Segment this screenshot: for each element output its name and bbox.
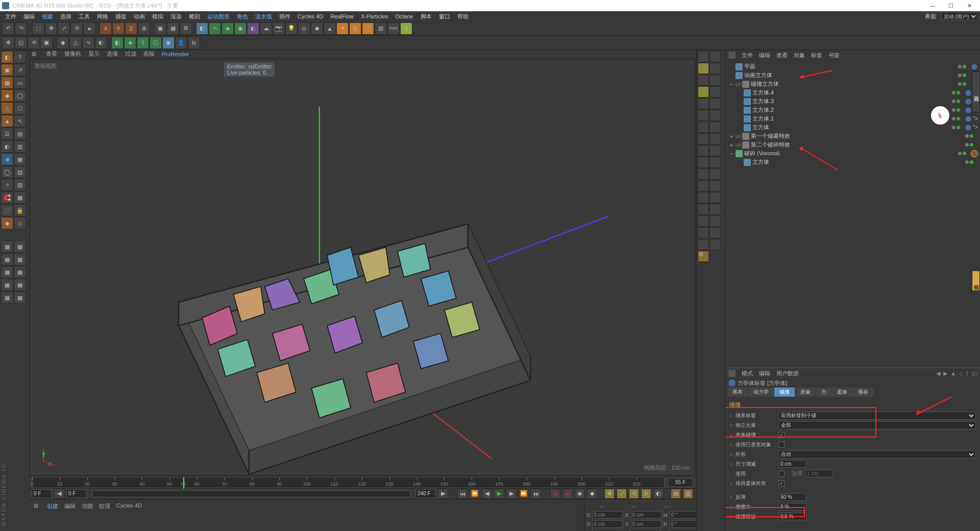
bt-create[interactable]: 创建 [47,502,58,510]
rt-32[interactable] [709,227,721,238]
menu-mograph[interactable]: 运动图形 [204,12,233,21]
play[interactable]: ▶ [494,489,504,499]
menu-tools[interactable]: 工具 [76,12,93,21]
lt-cursor[interactable]: ↖ [14,115,26,127]
tool-c[interactable]: ▲ [324,22,336,35]
rt-gear[interactable]: ⚙ [698,251,709,262]
lt-g3[interactable]: ▦ [1,253,13,266]
lt-obj[interactable]: ▣ [1,64,13,76]
rt-28[interactable] [709,204,721,215]
timeline-ruler[interactable]: 0102030405055607080901001101201301401501… [32,477,665,488]
tb2-5[interactable]: ◆ [57,37,69,49]
bt-func[interactable]: 功能 [82,502,93,510]
rt-24[interactable] [709,180,721,191]
kf-scale[interactable]: ⤢ [617,489,627,499]
lt-edge[interactable]: △ [1,102,13,114]
tb2-3[interactable]: ⟲ [28,37,40,49]
bt-cycles[interactable]: Cycles 4D [116,502,142,510]
tab-cache[interactable]: 缓存 [853,388,873,397]
om-object[interactable]: 对象 [794,52,805,59]
bounce-input[interactable] [778,493,806,501]
rt-17[interactable] [698,145,709,156]
render-view-button[interactable]: ▣ [154,22,166,35]
octane-o-button[interactable]: ◯ [362,22,374,35]
friction-input[interactable] [778,503,806,511]
rotate-tool[interactable]: ⟲ [70,22,83,35]
undo-button[interactable]: ↶ [2,22,14,35]
tree-row[interactable]: 立方体.4"> [727,88,978,97]
rt-23[interactable] [698,180,709,191]
rt-1[interactable] [698,51,709,62]
lt-g5[interactable]: ▦ [1,266,13,278]
lt-help[interactable]: ? [14,51,26,63]
lt-8b[interactable]: ▥ [14,140,26,153]
tb2-13[interactable]: ◉ [162,37,175,49]
lt-11[interactable]: ✧ [1,179,13,191]
spline-button[interactable]: ∿ [209,22,221,35]
tb2-11[interactable]: T [137,37,149,49]
rt-26[interactable] [709,192,721,203]
tb2-7[interactable]: ∿ [82,37,94,49]
autokey[interactable]: ◉ [575,489,585,499]
menu-mesh[interactable]: 网格 [94,12,111,21]
tb2-12[interactable]: ⬡ [150,37,162,49]
vm-panel[interactable]: 面板 [143,50,155,58]
menu-sim[interactable]: 模拟 [149,12,166,21]
menu-select[interactable]: 选择 [57,12,75,21]
frame-back[interactable]: ◀ [482,489,492,499]
tb2-10[interactable]: ◈ [124,37,136,49]
kf-pla[interactable]: ◐ [653,489,664,499]
layout-select[interactable]: 启动 (用户) [941,12,978,20]
lt-14[interactable]: ◆ [1,217,13,229]
move-tool[interactable]: ✥ [45,22,57,35]
lt-11b[interactable]: ▨ [14,179,26,191]
rt-16[interactable] [709,133,721,144]
nav-fwd-icon[interactable]: ▶ [943,370,947,377]
scale-tool[interactable]: ⤢ [58,22,70,35]
deformer-button[interactable]: ◐ [247,22,259,35]
goto-end[interactable]: ⏭ [531,489,541,499]
step-back[interactable]: ⏪ [470,489,480,499]
menu-create[interactable]: 创建 [39,12,56,21]
tab-mass[interactable]: 质量 [795,388,816,397]
vm-camera[interactable]: 摄像机 [64,50,81,58]
tree-row[interactable]: −L0碰撞立方体 [727,80,978,88]
object-tree[interactable]: 🦌 平面动画立方体−L0碰撞立方体立方体.4">立方体.3">立方体.2">立方… [725,60,980,368]
goto-start[interactable]: ⏮ [457,489,468,499]
vm-options[interactable]: 选项 [107,50,118,58]
tool-a[interactable]: ◎ [298,22,310,35]
light-button[interactable]: 💡 [285,22,298,35]
kf-rot[interactable]: ⟲ [629,489,639,499]
kf-opt2[interactable]: ▥ [683,489,693,499]
menu-edit[interactable]: 编辑 [20,12,38,21]
lt-lock[interactable]: 🔒 [14,204,26,216]
rt-22[interactable] [709,168,721,180]
am-userdata[interactable]: 用户数据 [776,370,799,377]
menu-snap[interactable]: 捕捉 [112,12,130,21]
side-tab-attr[interactable]: 属性 [972,271,980,291]
om-bookmark[interactable]: 书签 [828,52,840,59]
lt-8[interactable]: ◐ [1,140,13,153]
indep-select[interactable]: 全部 [778,421,976,429]
lt-tex[interactable]: ▦ [1,77,13,89]
tb2-8[interactable]: ◐ [95,37,107,49]
rt-10[interactable] [709,98,721,109]
recent-tool[interactable]: ● [83,22,95,35]
frame-fwd[interactable]: ▶ [506,489,517,499]
lt-g4[interactable]: ▦ [14,253,26,266]
margin-input[interactable] [778,460,806,468]
rot-p[interactable] [669,520,700,528]
lt-7[interactable]: ☰ [1,128,13,140]
plugin-button[interactable]: B [400,22,412,35]
viewport[interactable]: 透视视图 Emitter: xpEmitter Live particles: … [30,59,695,475]
nav-fn-icon[interactable]: ƒ [966,370,969,377]
select-tool[interactable]: ⬚ [32,22,44,35]
menu-help[interactable]: 帮助 [454,12,472,21]
menu-window[interactable]: 窗口 [436,12,453,21]
lt-axis[interactable]: ⊕ [1,153,13,165]
close-button[interactable]: ✕ [965,3,974,9]
pos-x[interactable] [592,511,623,519]
rt-20[interactable] [709,157,721,168]
tb2-9[interactable]: ◧ [111,37,124,49]
tree-row[interactable]: 立方体 [727,158,978,166]
